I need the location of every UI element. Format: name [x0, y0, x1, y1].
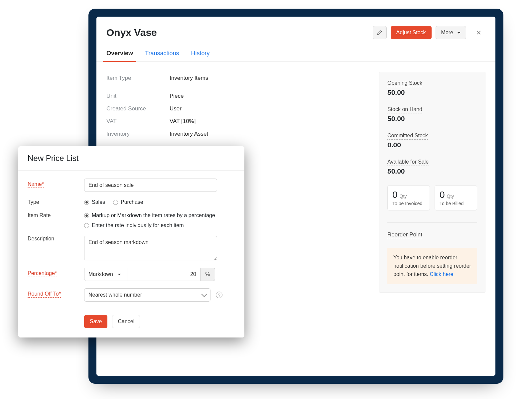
adjust-stock-button[interactable]: Adjust Stock: [391, 26, 432, 39]
radio-icon: [84, 223, 89, 228]
stock-available: Available for Sale 50.00: [387, 159, 477, 175]
edit-button[interactable]: [373, 26, 387, 39]
stock-committed: Committed Stock 0.00: [387, 133, 477, 149]
detail-label: Inventory: [106, 131, 170, 137]
round-off-label: Round Off To*: [28, 291, 61, 298]
form-row-type: Type Sales Purchase: [28, 199, 235, 205]
radio-icon: [84, 200, 89, 205]
detail-label: Unit: [106, 93, 170, 99]
qty-sublabel: To be Billed: [440, 201, 472, 206]
modal-body: Name* Type Sales Purchase: [18, 171, 244, 312]
type-radio-group: Sales Purchase: [84, 199, 143, 205]
detail-label: VAT: [106, 118, 170, 125]
help-icon[interactable]: ?: [216, 292, 222, 298]
chevron-down-icon: [116, 271, 121, 277]
form-row-description: Description: [28, 236, 235, 260]
cancel-button[interactable]: Cancel: [112, 315, 140, 328]
detail-row-item-type: Item Type Inventory Items: [106, 72, 369, 84]
detail-row-inventory: Inventory Inventory Asset: [106, 128, 369, 140]
radio-icon: [113, 200, 118, 205]
detail-row-unit: Unit Piece: [106, 90, 369, 102]
qty-unit: Qty: [400, 194, 407, 199]
pencil-icon: [377, 30, 382, 36]
reorder-enable-link[interactable]: Click here: [430, 271, 453, 277]
detail-label: Item Type: [106, 75, 170, 81]
tabs: Overview Transactions History: [96, 45, 495, 62]
detail-value: VAT [10%]: [170, 118, 196, 125]
tab-history[interactable]: History: [191, 45, 209, 62]
more-label: More: [441, 30, 453, 36]
qty-number: 0: [440, 190, 445, 200]
detail-value: Piece: [170, 93, 184, 99]
detail-value: Inventory Asset: [170, 131, 208, 137]
qty-unit: Qty: [447, 194, 454, 199]
stock-value: 0.00: [387, 141, 477, 149]
percentage-mode-value: Markdown: [88, 271, 113, 277]
new-price-list-modal: New Price List Name* Type Sales Purchase: [18, 146, 244, 337]
detail-value: Inventory Items: [170, 75, 208, 81]
radio-label: Markup or Markdown the item rates by a p…: [92, 212, 215, 218]
round-off-select[interactable]: Nearest whole number: [84, 288, 210, 302]
close-button[interactable]: [472, 26, 485, 39]
chevron-down-icon: [201, 292, 207, 297]
stock-label: Available for Sale: [387, 159, 429, 166]
percentage-label: Percentage*: [28, 270, 57, 277]
qty-number: 0: [392, 190, 398, 200]
name-label: Name*: [28, 181, 44, 188]
item-rate-radio-percentage[interactable]: Markup or Markdown the item rates by a p…: [84, 212, 215, 218]
tab-overview[interactable]: Overview: [106, 45, 133, 62]
stock-on-hand: Stock on Hand 50.00: [387, 106, 477, 123]
percentage-input[interactable]: [127, 268, 200, 281]
qty-sublabel: To be Invoiced: [392, 201, 425, 206]
item-rate-label: Item Rate: [28, 210, 51, 218]
close-icon: [475, 29, 482, 36]
stock-value: 50.00: [387, 115, 477, 123]
radio-label: Purchase: [121, 199, 143, 205]
round-off-value: Nearest whole number: [88, 292, 142, 298]
detail-label: Created Source: [106, 105, 170, 112]
qty-card-billed: 0 Qty To be Billed: [435, 185, 477, 210]
stock-opening: Opening Stock 50.00: [387, 80, 477, 96]
more-button[interactable]: More: [436, 26, 466, 39]
qty-card-invoiced: 0 Qty To be Invoiced: [387, 185, 430, 210]
save-button[interactable]: Save: [84, 315, 107, 328]
stock-column: Opening Stock 50.00 Stock on Hand 50.00 …: [379, 72, 485, 293]
percentage-suffix: %: [200, 268, 215, 281]
stock-value: 50.00: [387, 167, 477, 175]
radio-label: Sales: [92, 199, 105, 205]
reorder-title: Reorder Point: [387, 231, 422, 239]
name-input[interactable]: [84, 179, 217, 192]
description-textarea[interactable]: [84, 236, 217, 260]
percentage-mode-select[interactable]: Markdown: [84, 268, 127, 281]
chevron-down-icon: [455, 30, 461, 36]
item-rate-radio-individual[interactable]: Enter the rate individually for each ite…: [84, 222, 215, 228]
stock-label: Stock on Hand: [387, 106, 422, 113]
qty-cards: 0 Qty To be Invoiced 0 Qty To be Billed: [387, 185, 477, 210]
item-header: Onyx Vase Adjust Stock More: [96, 17, 495, 45]
modal-title: New Price List: [18, 146, 244, 171]
reorder-notice: You have to enable reorder notification …: [387, 248, 477, 284]
detail-value: User: [170, 105, 182, 112]
detail-row-vat: VAT VAT [10%]: [106, 115, 369, 128]
modal-footer: Save Cancel: [18, 312, 244, 337]
page-title: Onyx Vase: [106, 27, 369, 38]
type-radio-purchase[interactable]: Purchase: [113, 199, 143, 205]
form-row-name: Name*: [28, 179, 235, 192]
stock-label: Committed Stock: [387, 133, 428, 140]
radio-icon: [84, 213, 89, 218]
stock-label: Opening Stock: [387, 80, 422, 87]
tab-transactions[interactable]: Transactions: [145, 45, 179, 62]
type-label: Type: [28, 197, 39, 205]
form-row-percentage: Percentage* Markdown %: [28, 268, 235, 281]
stock-panel: Opening Stock 50.00 Stock on Hand 50.00 …: [379, 72, 485, 293]
radio-label: Enter the rate individually for each ite…: [92, 222, 184, 228]
type-radio-sales[interactable]: Sales: [84, 199, 105, 205]
item-rate-radio-group: Markup or Markdown the item rates by a p…: [84, 212, 215, 228]
form-row-round-off: Round Off To* Nearest whole number ?: [28, 288, 235, 302]
detail-row-source: Created Source User: [106, 102, 369, 115]
stock-value: 50.00: [387, 88, 477, 96]
form-row-item-rate: Item Rate Markup or Markdown the item ra…: [28, 212, 235, 228]
description-label: Description: [28, 233, 54, 241]
reorder-section: Reorder Point You have to enable reorder…: [387, 222, 477, 284]
